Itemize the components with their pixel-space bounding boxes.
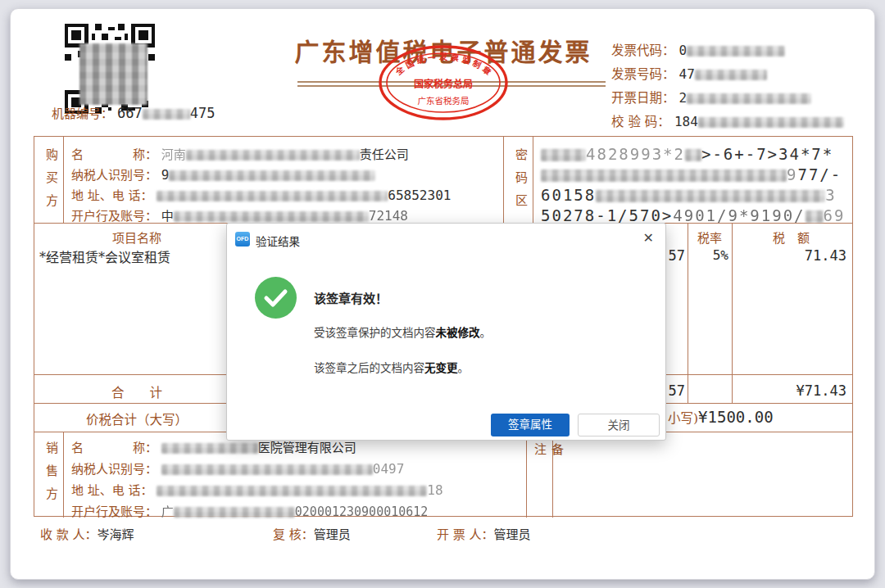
- password-l2-faint: 9: [787, 165, 797, 183]
- ofd-app-icon: OFD: [235, 232, 250, 247]
- password-redaction: [806, 210, 824, 223]
- password-line-3: 601583: [541, 186, 837, 204]
- invoice-code-redaction: [687, 46, 785, 57]
- qr-redaction: [79, 43, 148, 105]
- column-header-tax-rate: 税率: [688, 228, 732, 246]
- password-redaction: [541, 149, 586, 161]
- seller-address-row: 地 址、电 话： 18: [71, 481, 443, 498]
- dialog-line-2: 该签章之后的文档内容无变更。: [314, 359, 469, 375]
- invoice-code-value: 0: [679, 43, 688, 58]
- password-l3-text: 60158: [541, 186, 596, 204]
- buyer-taxid-redaction: [169, 170, 375, 181]
- check-code-label: 校 验 码：: [611, 115, 670, 129]
- grand-total-small-label: 小写): [668, 411, 698, 426]
- svg-text:全国统一发票监制章: 全国统一发票监制章: [393, 52, 493, 77]
- password-redaction: [596, 190, 825, 202]
- total-row-label: 合 计: [34, 382, 239, 400]
- buyer-address-label: 地 址、电 话：: [71, 188, 153, 203]
- invoice-date-redaction: [687, 93, 811, 104]
- buyer-address-suffix: 65852301: [388, 188, 451, 203]
- buyer-name-prefix: 河南: [161, 147, 186, 162]
- seller-address-suffix: 18: [427, 482, 442, 498]
- password-l4-faint: 69: [824, 206, 846, 224]
- tax-stamp: 全国统一发票监制章 国家税务总局 广东省税务局: [374, 37, 512, 129]
- seller-bank-suffix: 020001230900010612: [295, 504, 429, 519]
- buyer-address-row: 地 址、电 话： 65852301: [71, 186, 451, 203]
- grand-total-label: 价税合计（大写）: [34, 409, 239, 427]
- dialog-line-2-period: 。: [458, 362, 470, 374]
- dialog-line-1: 受该签章保护的文档内容未被修改。: [314, 323, 491, 340]
- seller-name-suffix: 医院管理有限公司: [258, 441, 356, 455]
- seller-bank-redaction: [174, 507, 295, 518]
- buyer-bank-row: 开户行及账号： 中72148: [71, 206, 408, 224]
- signature-properties-button[interactable]: 签章属性: [491, 414, 570, 436]
- buyer-bank-redaction: [174, 211, 369, 222]
- payee-label: 收 款 人：: [40, 527, 98, 542]
- reviewer-row: 复 核：管理员: [273, 525, 351, 542]
- machine-number-prefix: 667: [117, 105, 143, 121]
- password-redaction: [541, 170, 787, 182]
- machine-number: 机器编号： 667475: [52, 104, 216, 121]
- issuer-label: 开 票 人：: [437, 527, 494, 542]
- password-line-4: 50278-1/570>4901/9*9190/69: [541, 206, 845, 224]
- grand-total-small: 小写)¥1500.00: [668, 408, 774, 426]
- buyer-taxid-prefix: 9: [161, 167, 170, 183]
- password-line-1: 4828993*2>-6+-7>34*7*: [541, 145, 833, 163]
- password-l1-text: >-6+-7>34*7*: [701, 145, 833, 163]
- invoice-number-value: 47: [679, 66, 695, 82]
- buyer-address-redaction: [157, 191, 388, 201]
- total-tax-amount: ¥71.43: [732, 382, 846, 399]
- buyer-name-suffix: 责任公司: [360, 147, 409, 162]
- invoice-number-redaction: [695, 70, 767, 80]
- payee-value: 岑海辉: [98, 527, 134, 542]
- item-tax-amount: 71.43: [732, 247, 846, 264]
- invoice-page: 机器编号： 667475 广东增值税电子普通发票 全国统一发票监制章 国家税务总…: [10, 8, 875, 580]
- password-line-2: 977/-: [541, 165, 842, 183]
- seller-side-label: 销售方: [43, 441, 60, 510]
- invoice-date-row: 开票日期： 2: [611, 88, 811, 106]
- verification-dialog: OFD 验证结果 ✕ 该签章有效！ 受该签章保护的文档内容未被修改。 该签章之后…: [226, 223, 666, 441]
- invoice-code-row: 发票代码： 0: [611, 40, 785, 58]
- remark-side-label: 备注: [531, 443, 565, 516]
- issuer-value: 管理员: [494, 527, 531, 542]
- buyer-side-label: 购买方: [43, 148, 60, 217]
- invoice-date-label: 开票日期：: [611, 91, 675, 106]
- password-side-label: 密码区: [512, 148, 529, 217]
- dialog-line-2-text: 该签章之后的文档内容: [314, 362, 424, 374]
- seller-name-label: 名 称：: [71, 441, 157, 455]
- close-icon[interactable]: ✕: [643, 230, 654, 246]
- col-divider: [503, 137, 504, 223]
- dialog-heading: 该签章有效！: [314, 289, 388, 306]
- invoice-date-value: 2: [679, 90, 688, 106]
- item-tax-rate: 5%: [688, 247, 728, 263]
- buyer-taxid-label: 纳税人识别号：: [71, 168, 157, 183]
- reviewer-label: 复 核：: [273, 527, 314, 542]
- seller-taxid-label: 纳税人识别号：: [71, 462, 157, 477]
- close-button[interactable]: 关闭: [578, 414, 660, 436]
- invoice-number-label: 发票号码：: [611, 67, 675, 82]
- column-header-item-name: 项目名称: [34, 228, 239, 246]
- col-divider: [526, 432, 527, 518]
- issuer-row: 开 票 人：管理员: [437, 525, 531, 542]
- seller-address-redaction: [157, 486, 427, 496]
- col-divider: [533, 137, 533, 223]
- dialog-line-1-text: 受该签章保护的文档内容: [314, 327, 436, 339]
- dialog-line-1-bold: 未被修改: [436, 327, 480, 339]
- stamp-line1: 国家税务总局: [414, 78, 473, 90]
- buyer-bank-label: 开户行及账号：: [71, 209, 157, 224]
- password-l4-text: 50278-1/570>: [541, 206, 673, 224]
- success-check-icon: [255, 277, 297, 319]
- grand-total-small-value: ¥1500.00: [698, 408, 774, 426]
- column-header-tax-amount: 税 额: [732, 228, 851, 246]
- buyer-name-row: 名 称： 河南责任公司: [71, 145, 409, 162]
- reviewer-value: 管理员: [314, 527, 351, 542]
- buyer-bank-prefix: 中: [161, 209, 174, 224]
- machine-number-suffix: 475: [190, 105, 216, 121]
- machine-number-label: 机器编号：: [52, 106, 113, 121]
- password-l2-text: 77/-: [797, 165, 842, 183]
- payee-row: 收 款 人：岑海辉: [40, 525, 134, 542]
- invoice-number-row: 发票号码： 47: [611, 64, 767, 82]
- password-l4-mid: 4901/9*9190/: [673, 206, 805, 224]
- dialog-line-1-period: 。: [480, 327, 492, 339]
- qr-code: [65, 24, 155, 114]
